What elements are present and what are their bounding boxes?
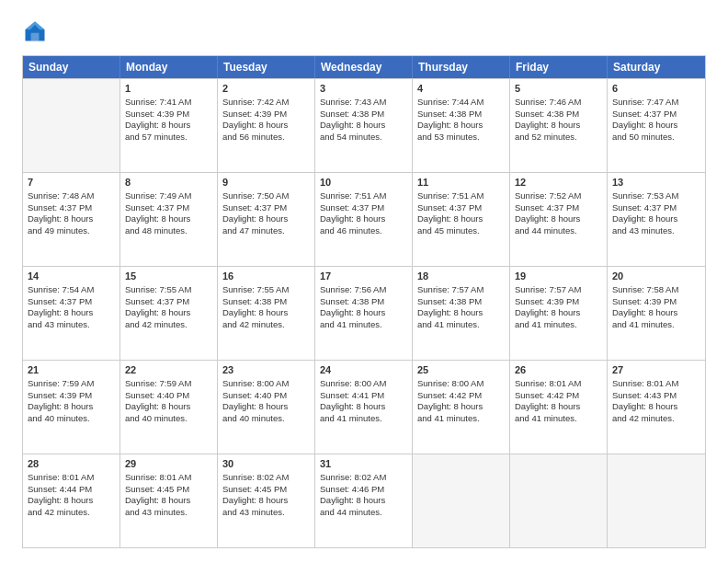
sun-info: Sunrise: 7:46 AM Sunset: 4:38 PM Dayligh… [515,97,581,142]
day-number: 31 [320,457,407,471]
cal-cell: 25Sunrise: 8:00 AM Sunset: 4:42 PM Dayli… [413,361,510,454]
cal-cell: 28Sunrise: 8:01 AM Sunset: 4:44 PM Dayli… [23,454,120,547]
cal-cell: 16Sunrise: 7:55 AM Sunset: 4:38 PM Dayli… [218,267,315,360]
sun-info: Sunrise: 7:51 AM Sunset: 4:37 PM Dayligh… [320,190,386,236]
cal-cell: 15Sunrise: 7:55 AM Sunset: 4:37 PM Dayli… [120,267,218,360]
sun-info: Sunrise: 7:44 AM Sunset: 4:38 PM Dayligh… [417,97,483,142]
sun-info: Sunrise: 8:01 AM Sunset: 4:44 PM Dayligh… [28,472,94,517]
cal-cell: 31Sunrise: 8:02 AM Sunset: 4:46 PM Dayli… [315,454,413,547]
cal-cell: 9Sunrise: 7:50 AM Sunset: 4:37 PM Daylig… [218,173,315,266]
sun-info: Sunrise: 7:43 AM Sunset: 4:38 PM Dayligh… [320,97,386,142]
cal-cell: 19Sunrise: 7:57 AM Sunset: 4:39 PM Dayli… [510,267,608,360]
day-number: 27 [612,363,700,377]
cal-cell: 8Sunrise: 7:49 AM Sunset: 4:37 PM Daylig… [120,173,218,266]
sun-info: Sunrise: 7:55 AM Sunset: 4:38 PM Dayligh… [222,284,289,329]
cal-cell: 21Sunrise: 7:59 AM Sunset: 4:39 PM Dayli… [23,361,120,454]
cal-cell: 26Sunrise: 8:01 AM Sunset: 4:42 PM Dayli… [510,361,608,454]
sun-info: Sunrise: 7:53 AM Sunset: 4:37 PM Dayligh… [612,190,678,236]
cal-cell: 6Sunrise: 7:47 AM Sunset: 4:37 PM Daylig… [608,79,705,172]
day-number: 29 [125,457,212,471]
day-number: 25 [417,363,505,377]
sun-info: Sunrise: 8:00 AM Sunset: 4:40 PM Dayligh… [222,378,289,423]
cal-cell: 7Sunrise: 7:48 AM Sunset: 4:37 PM Daylig… [23,173,120,266]
sun-info: Sunrise: 7:58 AM Sunset: 4:39 PM Dayligh… [612,284,678,329]
day-number: 20 [612,270,700,283]
logo-icon [22,18,48,44]
sun-info: Sunrise: 7:57 AM Sunset: 4:39 PM Dayligh… [515,284,581,329]
sun-info: Sunrise: 7:56 AM Sunset: 4:38 PM Dayligh… [320,284,386,329]
day-number: 3 [320,82,407,96]
sun-info: Sunrise: 7:59 AM Sunset: 4:39 PM Dayligh… [28,378,94,423]
cal-cell: 11Sunrise: 7:51 AM Sunset: 4:37 PM Dayli… [413,173,510,266]
day-number: 8 [125,176,212,190]
cal-cell: 2Sunrise: 7:42 AM Sunset: 4:39 PM Daylig… [218,79,315,172]
cal-cell: 17Sunrise: 7:56 AM Sunset: 4:38 PM Dayli… [315,267,413,360]
cal-cell [510,454,608,547]
day-number: 21 [28,363,115,377]
day-number: 2 [222,82,310,96]
sun-info: Sunrise: 7:50 AM Sunset: 4:37 PM Dayligh… [222,190,289,236]
sun-info: Sunrise: 7:55 AM Sunset: 4:37 PM Dayligh… [125,284,191,329]
day-number: 23 [222,363,310,377]
day-number: 13 [612,176,700,190]
cal-cell: 12Sunrise: 7:52 AM Sunset: 4:37 PM Dayli… [510,173,608,266]
sun-info: Sunrise: 8:02 AM Sunset: 4:45 PM Dayligh… [222,472,289,517]
cal-cell: 5Sunrise: 7:46 AM Sunset: 4:38 PM Daylig… [510,79,608,172]
page-header [22,18,706,44]
header-wednesday: Wednesday [315,56,413,78]
day-number: 18 [417,270,505,283]
sun-info: Sunrise: 8:02 AM Sunset: 4:46 PM Dayligh… [320,472,386,517]
cal-cell: 23Sunrise: 8:00 AM Sunset: 4:40 PM Dayli… [218,361,315,454]
cal-cell: 4Sunrise: 7:44 AM Sunset: 4:38 PM Daylig… [413,79,510,172]
header-sunday: Sunday [23,56,120,78]
sun-info: Sunrise: 8:00 AM Sunset: 4:42 PM Dayligh… [417,378,483,423]
sun-info: Sunrise: 7:59 AM Sunset: 4:40 PM Dayligh… [125,378,191,423]
header-saturday: Saturday [608,56,705,78]
sun-info: Sunrise: 7:51 AM Sunset: 4:37 PM Dayligh… [417,190,483,236]
calendar-row-4: 28Sunrise: 8:01 AM Sunset: 4:44 PM Dayli… [23,454,705,547]
header-thursday: Thursday [413,56,510,78]
day-number: 28 [28,457,115,471]
cal-cell: 29Sunrise: 8:01 AM Sunset: 4:45 PM Dayli… [120,454,218,547]
sun-info: Sunrise: 8:01 AM Sunset: 4:42 PM Dayligh… [515,378,581,423]
day-number: 16 [222,270,310,283]
header-monday: Monday [120,56,218,78]
logo [22,18,51,44]
sun-info: Sunrise: 7:42 AM Sunset: 4:39 PM Dayligh… [222,97,289,142]
day-number: 14 [28,270,115,283]
sun-info: Sunrise: 8:01 AM Sunset: 4:45 PM Dayligh… [125,472,191,517]
cal-cell: 27Sunrise: 8:01 AM Sunset: 4:43 PM Dayli… [608,361,705,454]
cal-cell: 3Sunrise: 7:43 AM Sunset: 4:38 PM Daylig… [315,79,413,172]
cal-cell [23,79,120,172]
cal-cell: 20Sunrise: 7:58 AM Sunset: 4:39 PM Dayli… [608,267,705,360]
day-number: 11 [417,176,505,190]
header-tuesday: Tuesday [218,56,315,78]
day-number: 26 [515,363,602,377]
calendar-body: 1Sunrise: 7:41 AM Sunset: 4:39 PM Daylig… [23,78,705,547]
day-number: 19 [515,270,602,283]
sun-info: Sunrise: 7:57 AM Sunset: 4:38 PM Dayligh… [417,284,483,329]
cal-cell: 18Sunrise: 7:57 AM Sunset: 4:38 PM Dayli… [413,267,510,360]
cal-cell [608,454,705,547]
day-number: 10 [320,176,407,190]
sun-info: Sunrise: 7:41 AM Sunset: 4:39 PM Dayligh… [125,97,191,142]
cal-cell: 1Sunrise: 7:41 AM Sunset: 4:39 PM Daylig… [120,79,218,172]
day-number: 17 [320,270,407,283]
calendar-row-3: 21Sunrise: 7:59 AM Sunset: 4:39 PM Dayli… [23,360,705,454]
cal-cell: 30Sunrise: 8:02 AM Sunset: 4:45 PM Dayli… [218,454,315,547]
cal-cell: 10Sunrise: 7:51 AM Sunset: 4:37 PM Dayli… [315,173,413,266]
day-number: 12 [515,176,602,190]
sun-info: Sunrise: 7:54 AM Sunset: 4:37 PM Dayligh… [28,284,94,329]
day-number: 30 [222,457,310,471]
day-number: 4 [417,82,505,96]
sun-info: Sunrise: 8:01 AM Sunset: 4:43 PM Dayligh… [612,378,678,423]
calendar-header: SundayMondayTuesdayWednesdayThursdayFrid… [23,56,705,78]
day-number: 24 [320,363,407,377]
sun-info: Sunrise: 7:47 AM Sunset: 4:37 PM Dayligh… [612,97,678,142]
sun-info: Sunrise: 7:49 AM Sunset: 4:37 PM Dayligh… [125,190,191,236]
sun-info: Sunrise: 7:52 AM Sunset: 4:37 PM Dayligh… [515,190,581,236]
calendar-row-2: 14Sunrise: 7:54 AM Sunset: 4:37 PM Dayli… [23,266,705,360]
header-friday: Friday [510,56,608,78]
svg-rect-2 [31,33,40,41]
day-number: 6 [612,82,700,96]
